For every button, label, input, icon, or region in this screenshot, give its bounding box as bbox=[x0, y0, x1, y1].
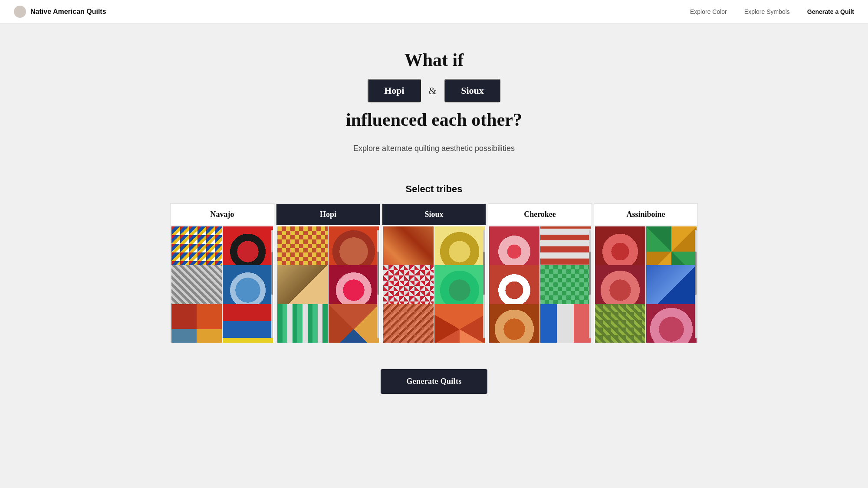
quilt-img bbox=[171, 304, 222, 343]
tribe-col-hopi[interactable]: Hopi bbox=[276, 203, 380, 343]
quilt-img bbox=[223, 304, 273, 343]
scroll-thumb bbox=[377, 252, 379, 295]
quilt-img bbox=[595, 304, 645, 343]
app-title: Native American Quilts bbox=[30, 8, 106, 16]
quilt-img bbox=[434, 304, 485, 343]
hero-what-if: What if bbox=[9, 49, 859, 70]
nav-explore-symbols[interactable]: Explore Symbols bbox=[744, 8, 790, 15]
tribe-col-sioux[interactable]: Sioux bbox=[382, 203, 486, 343]
select-tribes-section: Select tribes Navajo Hopi bbox=[130, 183, 738, 360]
navigation: Native American Quilts Explore Color Exp… bbox=[0, 0, 868, 23]
tribe-navajo-images bbox=[171, 226, 274, 343]
quilt-img bbox=[540, 304, 591, 343]
tribe-sioux-header[interactable]: Sioux bbox=[382, 204, 486, 226]
tribe-cherokee-header[interactable]: Cherokee bbox=[488, 204, 592, 226]
scroll-indicator[interactable] bbox=[271, 230, 273, 338]
quilt-img bbox=[329, 304, 379, 343]
generate-quilts-button[interactable]: Generate Quilts bbox=[381, 369, 488, 394]
quilt-img bbox=[277, 304, 328, 343]
hero-influenced: influenced each other? bbox=[9, 109, 859, 130]
select-tribes-title: Select tribes bbox=[139, 183, 729, 195]
logo-icon bbox=[14, 6, 26, 18]
scroll-thumb bbox=[271, 252, 273, 295]
generate-section: Generate Quilts bbox=[0, 360, 868, 411]
hero-tribe2-button[interactable]: Sioux bbox=[444, 79, 500, 102]
scroll-thumb bbox=[695, 252, 697, 295]
scroll-thumb bbox=[589, 252, 591, 295]
tribes-row: Navajo Hopi bbox=[139, 203, 729, 343]
nav-links: Explore Color Explore Symbols Generate a… bbox=[690, 8, 854, 15]
hero-section: What if Hopi & Sioux influenced each oth… bbox=[0, 23, 868, 183]
tribe-col-navajo[interactable]: Navajo bbox=[170, 203, 274, 343]
quilt-img bbox=[383, 304, 434, 343]
hero-tribes-row: Hopi & Sioux bbox=[9, 79, 859, 102]
tribe-col-assiniboine[interactable]: Assiniboine bbox=[594, 203, 698, 343]
tribe-hopi-header[interactable]: Hopi bbox=[276, 204, 380, 226]
quilt-img bbox=[646, 304, 697, 343]
hero-subtitle: Explore alternate quilting aesthetic pos… bbox=[9, 144, 859, 153]
hero-ampersand: & bbox=[429, 85, 437, 97]
nav-explore-color[interactable]: Explore Color bbox=[690, 8, 727, 15]
tribe-hopi-images bbox=[276, 226, 380, 343]
tribe-cherokee-images bbox=[488, 226, 592, 343]
scroll-indicator[interactable] bbox=[483, 230, 485, 338]
tribe-assiniboine-header[interactable]: Assiniboine bbox=[594, 204, 697, 226]
tribe-assiniboine-images bbox=[594, 226, 697, 343]
scroll-indicator[interactable] bbox=[589, 230, 591, 338]
tribe-navajo-header[interactable]: Navajo bbox=[171, 204, 274, 226]
tribe-col-cherokee[interactable]: Cherokee bbox=[488, 203, 592, 343]
app-logo[interactable]: Native American Quilts bbox=[14, 6, 106, 18]
nav-generate-quilt[interactable]: Generate a Quilt bbox=[807, 8, 854, 15]
scroll-indicator[interactable] bbox=[695, 230, 697, 338]
hero-tribe1-button[interactable]: Hopi bbox=[368, 79, 421, 102]
quilt-img bbox=[489, 304, 539, 343]
scroll-indicator[interactable] bbox=[377, 230, 379, 338]
tribe-sioux-images bbox=[382, 226, 486, 343]
scroll-thumb bbox=[483, 252, 485, 295]
